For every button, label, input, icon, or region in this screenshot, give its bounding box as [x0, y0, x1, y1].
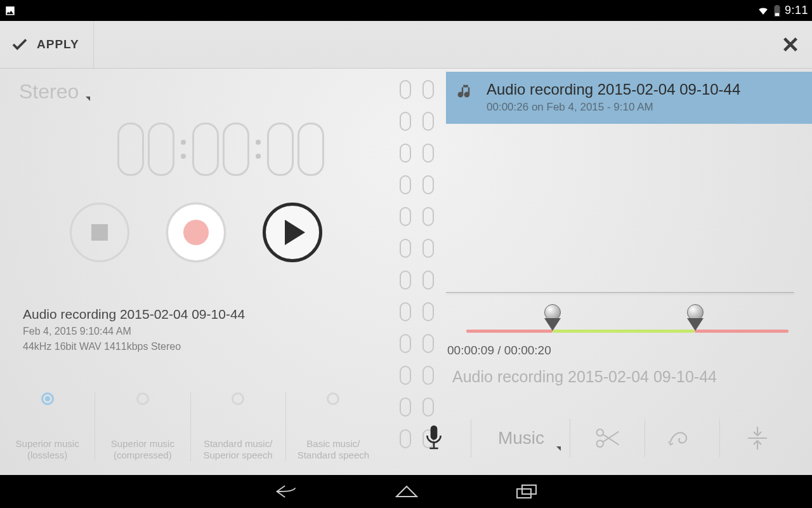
stop-icon: [91, 224, 108, 241]
timer-digit: [223, 123, 249, 176]
normalize-button[interactable]: [719, 419, 794, 457]
timer-digit: [192, 123, 219, 176]
close-icon: [782, 36, 799, 53]
current-file-info: Audio recording 2015-02-04 09-10-44 Feb …: [23, 307, 396, 352]
transport-controls: [70, 203, 396, 262]
timer-digit: [117, 123, 144, 176]
main-content: Stereo Audio recording 2015-0: [0, 69, 812, 475]
android-nav-bar: [0, 475, 812, 508]
quality-option-standard[interactable]: Standard music/ Superior speech: [190, 392, 285, 461]
dropdown-caret-icon: [86, 97, 90, 101]
microphone-icon: [424, 425, 444, 451]
radio-icon: [327, 392, 339, 405]
apply-label: APPLY: [37, 37, 79, 51]
quality-option-basic[interactable]: Basic music/ Standard speech: [285, 392, 381, 461]
play-button[interactable]: [263, 203, 322, 262]
trim-editor: 00:00:09 / 00:00:20 Audio recording 2015…: [446, 292, 794, 386]
mic-button[interactable]: [396, 419, 471, 457]
check-icon: [10, 35, 29, 54]
category-label: Music: [498, 428, 544, 448]
trim-region-selected: [553, 330, 695, 333]
trim-track[interactable]: [446, 327, 794, 335]
editor-pane: Audio recording 2015-02-04 09-10-44 00:0…: [396, 69, 812, 475]
trim-handle-end[interactable]: [684, 304, 706, 335]
recording-list-item[interactable]: Audio recording 2015-02-04 09-10-44 00:0…: [446, 72, 812, 124]
file-title: Audio recording 2015-02-04 09-10-44: [23, 307, 396, 322]
trim-handle-start[interactable]: [542, 304, 563, 335]
dropdown-caret-icon: [556, 446, 561, 451]
image-indicator-icon: [4, 5, 16, 17]
recents-button[interactable]: [514, 483, 539, 500]
timer-digit: [267, 123, 294, 176]
record-icon: [183, 220, 209, 245]
wifi-icon: [757, 5, 769, 17]
channel-mode-label: Stereo: [19, 80, 79, 103]
effects-button[interactable]: [645, 419, 719, 457]
battery-icon: [773, 5, 781, 17]
back-button[interactable]: [273, 483, 299, 500]
file-format: 44kHz 16bit WAV 1411kbps Stereo: [23, 341, 396, 352]
compress-vertical-icon: [745, 425, 769, 451]
timer-digit: [148, 123, 174, 176]
recording-title: Audio recording 2015-02-04 09-10-44: [487, 81, 740, 98]
music-note-icon: [456, 81, 475, 104]
recorder-pane: Stereo Audio recording 2015-0: [0, 69, 396, 475]
scissors-icon: [594, 426, 621, 450]
android-status-bar: 9:11: [0, 0, 812, 21]
editor-toolbar: Music: [396, 413, 794, 464]
radio-icon: [232, 392, 244, 405]
record-timer: [44, 123, 396, 176]
quality-option-lossless[interactable]: Superior music (lossless): [0, 392, 95, 461]
trim-region-outside: [695, 330, 789, 333]
play-icon: [285, 220, 305, 245]
svg-point-1: [596, 429, 603, 436]
home-button[interactable]: [394, 483, 419, 500]
svg-point-2: [596, 441, 603, 448]
svg-rect-0: [775, 13, 779, 16]
timer-digit: [298, 123, 324, 176]
status-clock: 9:11: [785, 4, 808, 17]
trim-file-name: Audio recording 2015-02-04 09-10-44: [452, 368, 794, 386]
channel-mode-dropdown[interactable]: Stereo: [19, 80, 90, 104]
trim-region-outside: [466, 330, 553, 333]
action-bar: APPLY: [0, 21, 812, 69]
category-dropdown[interactable]: Music: [471, 419, 570, 457]
swirl-icon: [668, 427, 697, 449]
quality-option-compressed[interactable]: Superior music (compressed): [95, 392, 190, 461]
stop-button[interactable]: [70, 203, 129, 262]
apply-button[interactable]: APPLY: [8, 21, 94, 68]
radio-icon: [41, 392, 54, 405]
recording-subtitle: 00:00:26 on Feb 4, 2015 - 9:10 AM: [487, 101, 740, 114]
file-date: Feb 4, 2015 9:10:44 AM: [23, 326, 396, 337]
playhead-rule[interactable]: [446, 292, 794, 293]
close-button[interactable]: [782, 36, 799, 53]
quality-selector: Superior music (lossless) Superior music…: [0, 392, 381, 461]
cut-button[interactable]: [570, 419, 645, 457]
radio-icon: [136, 392, 149, 405]
trim-time-label: 00:00:09 / 00:00:20: [447, 344, 794, 358]
timer-separator: [178, 123, 188, 176]
timer-separator: [253, 123, 263, 176]
record-button[interactable]: [166, 203, 226, 262]
